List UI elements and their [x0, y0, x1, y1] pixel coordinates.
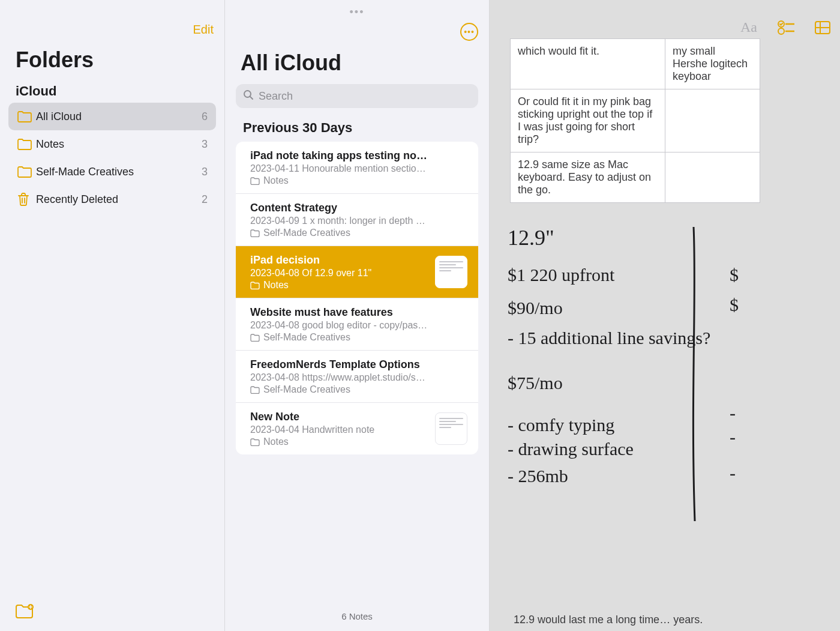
folder-item-all-icloud[interactable]: All iCloud 6	[8, 103, 216, 130]
svg-text:- 256mb: - 256mb	[508, 466, 568, 486]
svg-text:- 15 additional line savings?: - 15 additional line savings?	[508, 328, 710, 348]
note-folder: Notes	[263, 175, 289, 186]
drag-handle-icon[interactable]: •••	[350, 6, 365, 19]
note-bottom-text: 12.9 would last me a long time… years.	[514, 614, 703, 626]
note-item[interactable]: Content Strategy 2023-04-09 1 x month: l…	[236, 194, 478, 246]
svg-text:-: -	[730, 427, 736, 447]
note-folder: Self-Made Creatives	[263, 332, 350, 343]
note-item[interactable]: iPad note taking apps testing notes 2023…	[236, 142, 478, 194]
note-table[interactable]: which would fit it.my small Hershe logit…	[510, 38, 760, 203]
note-folder: Notes	[263, 280, 289, 291]
svg-text:$: $	[730, 265, 739, 285]
date-group-header: Previous 30 Days	[225, 118, 489, 142]
note-meta: 2023-04-08 Of 12.9 over 11"	[250, 268, 464, 279]
svg-point-8	[778, 28, 784, 34]
note-item[interactable]: FreedomNerds Template Options 2023-04-08…	[236, 351, 478, 403]
icloud-section-label: iCloud	[0, 83, 224, 103]
svg-text:$1 220 upfront: $1 220 upfront	[508, 265, 615, 285]
folder-icon	[250, 282, 260, 289]
table-button[interactable]	[815, 21, 830, 34]
note-editor[interactable]: Aa which would fit it.my small Hershe lo…	[490, 0, 840, 631]
svg-text:- comfy typing: - comfy typing	[508, 415, 614, 435]
search-icon	[243, 89, 254, 103]
folder-count: 6	[202, 110, 208, 123]
table-cell[interactable]	[665, 152, 760, 203]
note-meta: 2023-04-04 Handwritten note	[250, 424, 464, 435]
folder-name: All iCloud	[36, 110, 202, 123]
note-meta: 2023-04-09 1 x month: longer in depth ar…	[250, 216, 464, 226]
table-cell[interactable]: which would fit it.	[511, 39, 665, 89]
svg-text:$: $	[730, 295, 739, 315]
note-thumbnail	[435, 412, 467, 445]
svg-text:-: -	[730, 463, 736, 483]
svg-text:-: -	[730, 403, 736, 423]
folder-item-notes[interactable]: Notes 3	[8, 130, 216, 158]
more-options-button[interactable]: •••	[460, 23, 478, 41]
folder-item-recently-deleted[interactable]: Recently Deleted 2	[8, 186, 216, 213]
folder-item-self-made-creatives[interactable]: Self-Made Creatives 3	[8, 158, 216, 186]
notes-list-column: ••• ••• All iCloud Previous 30 Days iPad…	[225, 0, 490, 631]
folder-count: 3	[202, 138, 208, 151]
handwriting-canvas[interactable]: 12.9"$1 220 upfront$90/mo- 15 additional…	[490, 221, 840, 545]
note-folder: Notes	[263, 436, 289, 447]
note-title: iPad decision	[250, 254, 464, 267]
table-cell[interactable]: 12.9 same size as Mac keyboard. Easy to …	[511, 152, 665, 203]
folder-name: Notes	[36, 138, 202, 151]
note-thumbnail	[435, 256, 467, 288]
svg-text:12.9": 12.9"	[508, 226, 554, 250]
note-title: New Note	[250, 411, 464, 423]
note-title: FreedomNerds Template Options	[250, 358, 464, 371]
table-row[interactable]: which would fit it.my small Hershe logit…	[511, 39, 760, 89]
new-folder-button[interactable]	[14, 603, 35, 622]
svg-line-5	[250, 97, 253, 99]
checklist-button[interactable]	[778, 20, 794, 35]
note-item[interactable]: New Note 2023-04-04 Handwritten note Not…	[236, 403, 478, 454]
search-input[interactable]	[259, 90, 471, 103]
note-meta: 2023-04-08 https://www.applet.studio/sho…	[250, 372, 464, 383]
note-item[interactable]: iPad decision 2023-04-08 Of 12.9 over 11…	[236, 246, 478, 298]
table-cell[interactable]: Or could fit it in my pink bag sticking …	[511, 89, 665, 152]
folder-icon	[250, 177, 260, 185]
folders-heading: Folders	[0, 43, 224, 83]
folder-icon	[250, 229, 260, 237]
notes-heading: All iCloud	[225, 47, 489, 84]
table-cell[interactable]: my small Hershe logitech keyboar	[665, 39, 760, 89]
folder-count: 3	[202, 166, 208, 178]
svg-text:$90/mo: $90/mo	[508, 298, 563, 318]
search-field[interactable]	[236, 84, 478, 108]
note-item[interactable]: Website must have features 2023-04-08 go…	[236, 298, 478, 351]
folder-name: Self-Made Creatives	[36, 166, 202, 178]
edit-button[interactable]: Edit	[193, 23, 214, 37]
note-title: Content Strategy	[250, 202, 464, 214]
folder-icon	[250, 438, 260, 446]
notes-count-footer: 6 Notes	[225, 601, 489, 631]
folders-sidebar: Edit Folders iCloud All iCloud 6 Notes 3…	[0, 0, 225, 631]
folder-name: Recently Deleted	[36, 193, 202, 206]
note-title: Website must have features	[250, 306, 464, 319]
folder-icon	[250, 334, 260, 342]
folder-icon	[250, 386, 260, 394]
note-title: iPad note taking apps testing notes	[250, 149, 464, 162]
svg-text:- drawing surface: - drawing surface	[508, 439, 634, 459]
note-meta: 2023-04-11 Honourable mention section at…	[250, 163, 464, 174]
folder-count: 2	[202, 193, 208, 206]
folder-icon	[17, 192, 36, 207]
note-meta: 2023-04-08 good blog editor - copy/paste…	[250, 320, 464, 331]
note-folder: Self-Made Creatives	[263, 384, 350, 395]
folder-icon	[17, 110, 36, 123]
svg-text:$75/mo: $75/mo	[508, 373, 563, 393]
table-row[interactable]: Or could fit it in my pink bag sticking …	[511, 89, 760, 152]
folder-icon	[17, 166, 36, 178]
note-folder: Self-Made Creatives	[263, 228, 350, 238]
table-row[interactable]: 12.9 same size as Mac keyboard. Easy to …	[511, 152, 760, 203]
table-cell[interactable]	[665, 89, 760, 152]
text-style-button[interactable]: Aa	[740, 19, 757, 35]
folder-icon	[17, 138, 36, 151]
